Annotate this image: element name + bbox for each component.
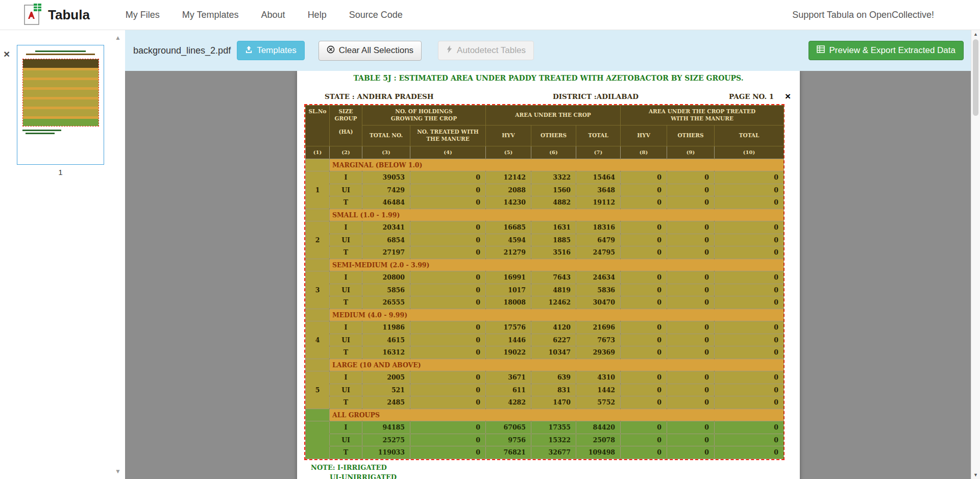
- table-row: UI46150144662277673000: [306, 334, 784, 346]
- table-row: 1I39053012142332215464000: [306, 171, 784, 184]
- table-row: UI74290208815603648000: [306, 184, 784, 196]
- remove-file-button[interactable]: ×: [4, 48, 10, 59]
- thumb-note-line: [26, 133, 55, 134]
- nav-my-files[interactable]: My Files: [126, 10, 160, 20]
- thumb-meta-line: [26, 54, 95, 55]
- nav-about[interactable]: About: [261, 10, 285, 20]
- table-row: I941850670651735584420000: [306, 421, 784, 434]
- scrollbar-up-icon[interactable]: ▲: [971, 32, 980, 37]
- table-row: T27197021279351624795000: [306, 246, 784, 259]
- table-row: UI58560101748195836000: [306, 284, 784, 296]
- table-body: (1)(2)(3)(4)(5)(6)(7)(8)(9)(10)MARGINAL …: [306, 146, 784, 459]
- extracted-table: SL.NoSIZE GROUP(HA)NO. OF HOLDINGS GROWI…: [305, 105, 784, 459]
- table-row: 5I2005036716394310000: [306, 371, 784, 384]
- pdf-state: STATE : ANDHRA PRADESH: [325, 92, 434, 100]
- group-band-row: SMALL (1.0 - 1.99): [306, 209, 784, 221]
- pdf-page[interactable]: TABLE 5J : ESTIMATED AREA UNDER PADDY TR…: [297, 71, 800, 479]
- table-row: T11903307682132677109498000: [306, 446, 784, 459]
- toolbar: background_lines_2.pdf Templates Clear A…: [125, 30, 971, 71]
- table-row: 4I11986017576412021696000: [306, 321, 784, 334]
- document-area: TABLE 5J : ESTIMATED AREA UNDER PADDY TR…: [125, 71, 971, 479]
- templates-button[interactable]: Templates: [237, 41, 304, 60]
- flash-icon: [446, 45, 453, 56]
- page-thumbnail[interactable]: [17, 45, 104, 165]
- table-row: UI25275097561532225078000: [306, 434, 784, 446]
- support-link[interactable]: Support Tabula on OpenCollective!: [792, 10, 934, 20]
- group-band-row: MARGINAL (BELOW 1.0): [306, 159, 784, 171]
- thumb-scroll-up-icon[interactable]: ▲: [115, 34, 121, 41]
- group-band-row: MEDIUM (4.0 - 9.99): [306, 309, 784, 321]
- pdf-page-no: PAGE NO. 1: [729, 92, 774, 100]
- table-row: T265550180081246230470000: [306, 296, 784, 309]
- top-navbar: Tabula My Files My Templates About Help …: [0, 0, 980, 30]
- clear-selections-button[interactable]: Clear All Selections: [318, 41, 422, 61]
- pdf-note-1: NOTE: I-IRRIGATED: [311, 464, 387, 471]
- thumb-title-line: [35, 51, 85, 52]
- thumbnail-page-number: 1: [17, 168, 104, 177]
- brand[interactable]: Tabula: [48, 7, 90, 23]
- filename: background_lines_2.pdf: [133, 45, 231, 56]
- autodetect-tables-button[interactable]: Autodetect Tables: [438, 41, 534, 60]
- table-row: UI52106118311442000: [306, 384, 784, 396]
- group-band-row: SEMI-MEDIUM (2.0 - 3.99): [306, 259, 784, 271]
- nav-source-code[interactable]: Source Code: [349, 10, 403, 20]
- tabula-logo-icon[interactable]: [22, 4, 42, 26]
- nav-help[interactable]: Help: [308, 10, 327, 20]
- export-button[interactable]: Preview & Export Extracted Data: [808, 41, 964, 60]
- nav-my-templates[interactable]: My Templates: [182, 10, 239, 20]
- table-row: UI68540459418856479000: [306, 234, 784, 246]
- remove-circle-icon: [327, 45, 335, 56]
- pdf-district: DISTRICT :ADILABAD: [553, 92, 639, 100]
- group-band-row: LARGE (10 AND ABOVE): [306, 359, 784, 371]
- thumb-note-line: [22, 130, 61, 131]
- table-row: 2I20341016685163118316000: [306, 221, 784, 234]
- table-row: T46484014230488219112000: [306, 196, 784, 209]
- thumbnail-sidebar: × ▲ 1 ▼: [0, 30, 125, 479]
- scrollbar-thumb[interactable]: [973, 39, 978, 116]
- pdf-table-title: TABLE 5J : ESTIMATED AREA UNDER PADDY TR…: [297, 74, 800, 82]
- thumb-scroll-down-icon[interactable]: ▼: [115, 468, 121, 475]
- scrollbar-down-icon[interactable]: ▼: [971, 472, 980, 477]
- group-band-row: ALL GROUPS: [306, 409, 784, 421]
- upload-icon: [245, 45, 253, 56]
- thumbnail-mini-table: [22, 59, 99, 127]
- pdf-meta-row: STATE : ANDHRA PRADESH DISTRICT :ADILABA…: [297, 92, 800, 103]
- table-icon: [817, 45, 825, 56]
- table-selection[interactable]: SL.NoSIZE GROUP(HA)NO. OF HOLDINGS GROWI…: [304, 104, 785, 460]
- selection-close-button[interactable]: ×: [785, 91, 791, 101]
- page-scrollbar[interactable]: ▲ ▼: [971, 30, 980, 479]
- table-row: 3I20800016991764324634000: [306, 271, 784, 284]
- pdf-note-2: UI-UNIRRIGATED: [330, 473, 397, 479]
- table-row: T24850428214705752000: [306, 396, 784, 409]
- table-header: SL.NoSIZE GROUP(HA)NO. OF HOLDINGS GROWI…: [306, 106, 784, 146]
- table-row: T163120190221034729369000: [306, 346, 784, 359]
